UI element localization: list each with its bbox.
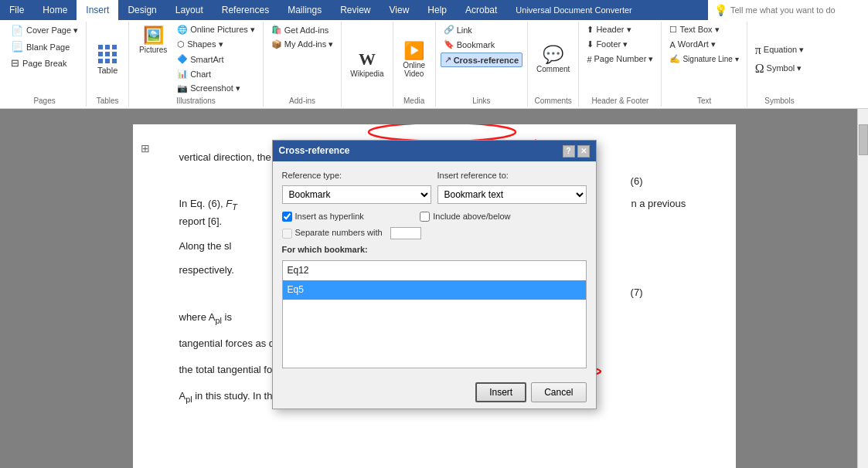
- group-symbols: π Equation ▾ Ω Symbol ▾ Symbols: [747, 22, 812, 107]
- screenshot-button[interactable]: 📷 Screenshot ▾: [174, 82, 258, 95]
- online-pictures-button[interactable]: 🌐 Online Pictures ▾: [174, 23, 258, 36]
- group-pages-label: Pages: [33, 95, 55, 105]
- dialog-close-button[interactable]: ✕: [577, 145, 590, 158]
- group-pages: 📄 Cover Page ▾ 📃 Blank Page ⊟ Page Break…: [3, 22, 87, 107]
- get-addins-button[interactable]: 🛍️ Get Add-ins: [268, 23, 332, 36]
- for-which-label: For which bookmark:: [282, 243, 587, 257]
- cancel-button[interactable]: Cancel: [531, 382, 586, 402]
- tab-references[interactable]: References: [213, 0, 278, 20]
- comment-button[interactable]: 💬 Comment: [533, 42, 574, 76]
- insert-ref-label: Insert reference to:: [437, 169, 587, 183]
- header-icon: ⬆: [587, 25, 594, 35]
- tab-view[interactable]: View: [380, 0, 419, 20]
- group-links: 🔗 Link 🔖 Bookmark ↗ Cross-reference Link…: [436, 22, 528, 107]
- chart-button[interactable]: 📊 Chart: [174, 67, 258, 80]
- tab-file[interactable]: File: [0, 0, 33, 20]
- group-illustrations: 🖼️ Pictures 🌐 Online Pictures ▾ ⬡ Shapes…: [129, 22, 264, 107]
- blank-page-button[interactable]: 📃 Blank Page: [8, 39, 73, 54]
- cross-reference-icon: ↗: [444, 55, 451, 65]
- ribbon-tab-bar: File Home Insert Design Layout Reference…: [0, 0, 868, 20]
- separate-numbers-input[interactable]: [390, 227, 421, 239]
- footer-icon: ⬇: [587, 39, 594, 49]
- textbox-button[interactable]: ☐ Text Box ▾: [666, 23, 722, 36]
- wordart-button[interactable]: A WordArt ▾: [666, 38, 719, 51]
- shapes-button[interactable]: ⬡ Shapes ▾: [174, 38, 258, 51]
- page-number-button[interactable]: # Page Number ▾: [584, 53, 656, 66]
- scrollbar[interactable]: [857, 109, 868, 468]
- table-button[interactable]: Table: [92, 42, 123, 77]
- scrollbar-thumb[interactable]: [859, 124, 868, 155]
- dialog-title: Cross-reference: [279, 144, 350, 158]
- my-addins-icon: 📦: [271, 39, 282, 49]
- group-links-label: Links: [472, 95, 490, 105]
- smartart-button[interactable]: 🔷 SmartArt: [174, 53, 258, 66]
- doc-marker: ⊞: [141, 140, 150, 157]
- group-comments: 💬 Comment Comments: [528, 22, 579, 107]
- tab-design[interactable]: Design: [118, 0, 165, 20]
- screenshot-icon: 📷: [177, 83, 188, 93]
- tab-review[interactable]: Review: [331, 0, 380, 20]
- chart-icon: 📊: [177, 69, 188, 79]
- online-video-button[interactable]: ▶️ OnlineVideo: [399, 39, 430, 80]
- document-page: ⊞ vertical direction, the hardness Hc an…: [133, 124, 736, 468]
- group-wikipedia: W Wikipedia: [342, 22, 393, 107]
- dialog-help-button[interactable]: ?: [563, 145, 575, 158]
- wikipedia-button[interactable]: W Wikipedia: [346, 47, 387, 80]
- ribbon-body: 📄 Cover Page ▾ 📃 Blank Page ⊟ Page Break…: [0, 20, 868, 108]
- insert-button[interactable]: Insert: [475, 382, 526, 402]
- separate-numbers-checkbox[interactable]: [282, 229, 292, 239]
- hyperlink-checkbox[interactable]: [282, 212, 292, 222]
- group-symbols-label: Symbols: [764, 95, 794, 105]
- cross-reference-dialog: Cross-reference ? ✕ Reference type: Book…: [272, 140, 597, 409]
- cover-page-button[interactable]: 📄 Cover Page ▾: [8, 23, 81, 38]
- tab-help[interactable]: Help: [418, 0, 456, 20]
- cover-page-icon: 📄: [11, 25, 23, 36]
- tab-insert[interactable]: Insert: [77, 0, 118, 20]
- tab-udc[interactable]: Universal Document Converter: [506, 0, 641, 20]
- tab-layout[interactable]: Layout: [166, 0, 213, 20]
- bookmark-button[interactable]: 🔖 Bookmark: [441, 38, 499, 51]
- signature-button[interactable]: ✍ Signature Line ▾: [666, 53, 741, 66]
- bookmark-list[interactable]: Eq12 Eq5: [282, 260, 587, 368]
- dialog-titlebar: Cross-reference ? ✕: [273, 141, 596, 161]
- equation-icon: π: [755, 43, 761, 57]
- link-button[interactable]: 🔗 Link: [441, 23, 475, 36]
- textbox-icon: ☐: [669, 25, 677, 35]
- equation-button[interactable]: π Equation ▾: [752, 42, 808, 59]
- link-icon: 🔗: [444, 25, 454, 35]
- sig-icon: ✍: [669, 54, 680, 64]
- svg-point-0: [369, 124, 516, 141]
- online-pictures-icon: 🌐: [177, 25, 188, 35]
- separate-numbers-row: Separate numbers with: [282, 226, 587, 240]
- page-break-button[interactable]: ⊟ Page Break: [8, 56, 70, 70]
- dialog-footer: Insert Cancel: [273, 376, 596, 409]
- cross-reference-button[interactable]: ↗ Cross-reference: [441, 53, 523, 67]
- footer-button[interactable]: ⬇ Footer ▾: [584, 38, 631, 51]
- group-media-label2: Media: [403, 95, 424, 105]
- my-addins-button[interactable]: 📦 My Add-ins ▾: [268, 38, 336, 51]
- blank-page-icon: 📃: [11, 41, 23, 53]
- table-icon: [97, 44, 117, 64]
- tab-home[interactable]: Home: [33, 0, 77, 20]
- list-item-eq12[interactable]: Eq12: [283, 261, 586, 280]
- tell-me-input[interactable]: [730, 5, 862, 15]
- include-above-below-checkbox[interactable]: [420, 212, 430, 222]
- shapes-icon: ⬡: [177, 39, 185, 49]
- symbol-icon: Ω: [755, 62, 764, 76]
- include-above-below-label: Include above/below: [433, 210, 510, 224]
- insert-ref-select[interactable]: Bookmark text Page number Paragraph numb…: [437, 185, 587, 204]
- group-text: ☐ Text Box ▾ A WordArt ▾ ✍ Signature Lin…: [662, 22, 747, 107]
- tab-acrobat[interactable]: Acrobat: [456, 0, 506, 20]
- list-item-eq5[interactable]: Eq5: [283, 280, 586, 300]
- dialog-body: Reference type: Bookmark Numbered item H…: [273, 161, 596, 375]
- header-button[interactable]: ⬆ Header ▾: [584, 23, 634, 36]
- group-tables-label: Tables: [97, 95, 119, 105]
- wikipedia-icon: W: [359, 49, 376, 70]
- symbol-button[interactable]: Ω Symbol ▾: [752, 60, 805, 77]
- get-addins-icon: 🛍️: [271, 25, 282, 35]
- lightbulb-icon: 💡: [714, 4, 727, 16]
- ref-type-label: Reference type:: [282, 169, 431, 183]
- ref-type-select[interactable]: Bookmark Numbered item Heading Figure Ta…: [282, 185, 431, 204]
- pictures-button[interactable]: 🖼️ Pictures: [134, 23, 172, 56]
- tab-mailings[interactable]: Mailings: [278, 0, 331, 20]
